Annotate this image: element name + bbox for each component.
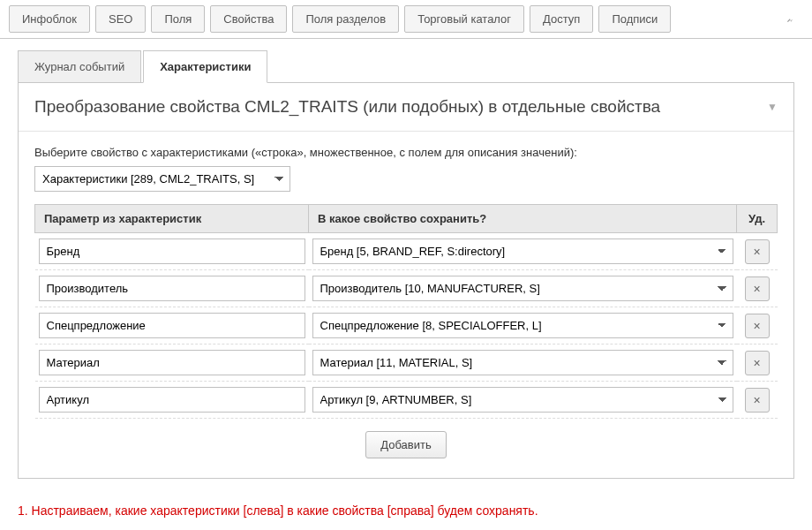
- delete-row-button[interactable]: ×: [745, 276, 770, 301]
- select-hint: Выберите свойство с характеристиками («с…: [34, 146, 778, 159]
- panel-title: Преобразование свойства CML2_TRAITS (или…: [34, 97, 660, 117]
- tab-seo[interactable]: SEO: [95, 5, 146, 33]
- svg-line-0: [787, 19, 790, 22]
- mapping-table: Параметр из характеристик В какое свойст…: [34, 204, 778, 419]
- add-row-container: Добавить: [34, 419, 778, 464]
- table-row: Производитель [10, MANUFACTURER, S]×: [35, 270, 778, 307]
- panel-body: Выберите свойство с характеристиками («с…: [19, 132, 793, 478]
- th-delete: Уд.: [737, 205, 778, 233]
- subtab-characteristics[interactable]: Характеристики: [143, 50, 267, 83]
- main-panel: Преобразование свойства CML2_TRAITS (или…: [18, 82, 794, 479]
- sub-tab-bar: Журнал событий Характеристики: [0, 39, 812, 82]
- target-property-select[interactable]: Производитель [10, MANUFACTURER, S]: [312, 276, 733, 301]
- tab-catalog[interactable]: Торговый каталог: [404, 5, 524, 33]
- collapse-icon[interactable]: ▼: [767, 101, 778, 113]
- pin-icon[interactable]: [786, 11, 803, 26]
- panel-title-row: Преобразование свойства CML2_TRAITS (или…: [19, 83, 793, 132]
- table-row: Спецпредложение [8, SPECIALOFFER, L]×: [35, 307, 778, 344]
- param-input[interactable]: [39, 350, 305, 375]
- th-param: Параметр из характеристик: [35, 205, 309, 233]
- trait-property-select[interactable]: Характеристики [289, CML2_TRAITS, S]: [34, 166, 290, 192]
- param-input[interactable]: [39, 238, 305, 264]
- tab-properties[interactable]: Свойства: [210, 5, 287, 33]
- th-target: В какое свойство сохранить?: [309, 205, 737, 233]
- tab-signatures[interactable]: Подписи: [598, 5, 671, 33]
- tab-fields[interactable]: Поля: [151, 5, 205, 33]
- table-row: Материал [11, MATERIAL, S]×: [35, 344, 778, 382]
- target-property-select[interactable]: Материал [11, MATERIAL, S]: [312, 350, 733, 375]
- table-row: Бренд [5, BRAND_REF, S:directory]×: [35, 233, 778, 270]
- add-row-button[interactable]: Добавить: [365, 431, 446, 458]
- top-tab-bar: Инфоблок SEO Поля Свойства Поля разделов…: [0, 0, 812, 39]
- tab-access[interactable]: Доступ: [530, 5, 593, 33]
- delete-row-button[interactable]: ×: [745, 388, 770, 413]
- delete-row-button[interactable]: ×: [745, 351, 770, 375]
- subtab-event-log[interactable]: Журнал событий: [18, 50, 141, 83]
- target-property-select[interactable]: Спецпредложение [8, SPECIALOFFER, L]: [312, 313, 733, 338]
- table-row: Артикул [9, ARTNUMBER, S]×: [35, 382, 778, 419]
- tab-infoblock[interactable]: Инфоблок: [9, 5, 90, 33]
- tab-section-fields[interactable]: Поля разделов: [292, 5, 399, 33]
- target-property-select[interactable]: Бренд [5, BRAND_REF, S:directory]: [312, 238, 733, 264]
- delete-row-button[interactable]: ×: [745, 314, 770, 338]
- footnote-text: 1. Настраиваем, какие характеристики [сл…: [0, 496, 812, 530]
- param-input[interactable]: [39, 313, 305, 338]
- delete-row-button[interactable]: ×: [745, 239, 770, 264]
- target-property-select[interactable]: Артикул [9, ARTNUMBER, S]: [312, 387, 733, 413]
- param-input[interactable]: [39, 387, 305, 413]
- param-input[interactable]: [39, 276, 305, 301]
